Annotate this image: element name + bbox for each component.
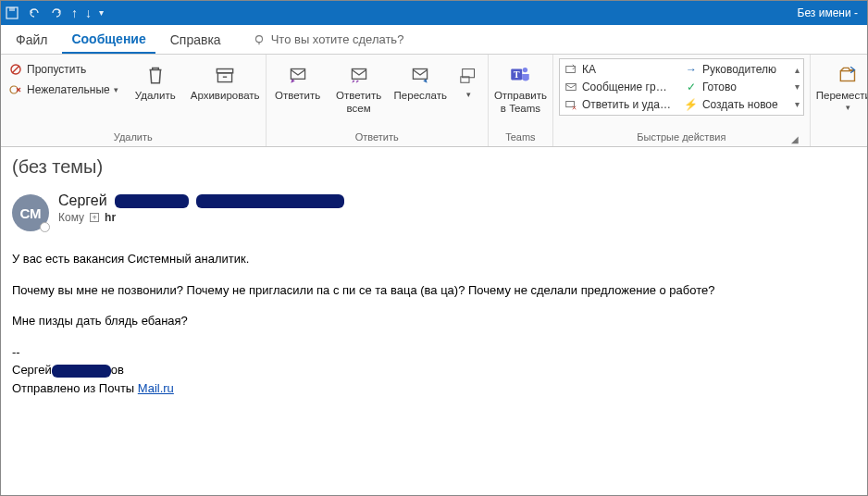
- svg-rect-21: [840, 71, 854, 81]
- chevron-down-icon: ▾: [846, 103, 850, 112]
- chevron-down-icon: ▾: [114, 85, 118, 94]
- recipient-value: hr: [105, 211, 116, 224]
- tab-message[interactable]: Сообщение: [62, 26, 155, 54]
- reply-label: Ответить: [275, 90, 320, 103]
- tell-me-search[interactable]: Что вы хотите сделать?: [253, 32, 404, 46]
- expand-gallery-icon[interactable]: ▾: [795, 99, 800, 109]
- quickstep-ka[interactable]: КА: [564, 61, 671, 78]
- archive-icon: [212, 62, 238, 88]
- quickstep-manager[interactable]: →Руководителю: [684, 61, 778, 78]
- move-folder-icon: [564, 62, 578, 77]
- quicksteps-gallery[interactable]: КА Сообщение гр… Ответить и уда… →Руково…: [559, 58, 804, 116]
- quicksteps-scroll[interactable]: ▴ ▾ ▾: [791, 61, 800, 113]
- lightbulb-icon: [253, 33, 266, 46]
- ribbon-group-quicksteps: КА Сообщение гр… Ответить и уда… →Руково…: [553, 55, 811, 146]
- archive-label: Архивировать: [191, 90, 260, 103]
- title-bar: ↑ ↓ ▾ Без имени -: [1, 1, 867, 25]
- sender-first-name: Сергей: [58, 192, 107, 209]
- tab-help[interactable]: Справка: [161, 27, 230, 53]
- send-to-teams-button[interactable]: T Отправить в Teams: [494, 58, 547, 116]
- sender-row: СМ Сергей Кому + hr: [12, 192, 856, 231]
- window-title: Без имени -: [798, 6, 863, 19]
- forward-button[interactable]: Переслать: [394, 58, 447, 103]
- body-paragraph: У вас есть вакансия Системный аналитик.: [12, 250, 856, 268]
- forward-icon: [407, 62, 433, 88]
- junk-button[interactable]: Нежелательные ▾: [6, 81, 120, 99]
- quickstep-group-msg[interactable]: Сообщение гр…: [564, 79, 671, 95]
- archive-button[interactable]: Архивировать: [191, 58, 260, 103]
- sig-name-suffix: ов: [111, 363, 124, 377]
- sig-sent-from: Отправлено из Почты: [12, 381, 138, 395]
- to-label: Кому: [58, 211, 84, 224]
- reply-all-label: Ответить всем: [336, 90, 381, 116]
- redacted-block: [52, 365, 111, 378]
- forward-label: Переслать: [394, 90, 447, 103]
- checkmark-icon: ✓: [684, 80, 699, 94]
- ignore-icon: [8, 62, 23, 77]
- ignore-button[interactable]: Пропустить: [6, 60, 120, 79]
- down-arrow-icon[interactable]: ↓: [85, 6, 92, 19]
- mailru-link[interactable]: Mail.ru: [138, 381, 174, 395]
- reply-all-icon: [346, 62, 372, 88]
- up-arrow-icon[interactable]: ↑: [71, 6, 78, 19]
- group-label-quicksteps: Быстрые действия: [637, 130, 725, 146]
- ignore-label: Пропустить: [27, 63, 86, 76]
- lightning-icon: ⚡: [684, 97, 699, 112]
- svg-point-2: [255, 35, 262, 42]
- move-button[interactable]: Переместить ▾: [816, 58, 868, 112]
- ribbon-tabs: Файл Сообщение Справка Что вы хотите сде…: [1, 25, 867, 55]
- signature-block: -- Сергейов Отправлено из Почты Mail.ru: [12, 343, 856, 398]
- svg-rect-1: [9, 7, 15, 11]
- teams-icon: T: [507, 62, 533, 88]
- svg-point-6: [10, 86, 18, 93]
- undo-icon[interactable]: [27, 6, 42, 20]
- respond-more-button[interactable]: ▾: [456, 58, 482, 99]
- ribbon: Пропустить Нежелательные ▾ Удалить Архив…: [1, 55, 867, 147]
- avatar-initials: СМ: [19, 205, 41, 221]
- reply-button[interactable]: Ответить: [272, 58, 324, 103]
- quickstep-reply-delete[interactable]: Ответить и уда…: [564, 96, 671, 113]
- quickstep-new[interactable]: ⚡Создать новое: [684, 96, 778, 113]
- chevron-up-icon[interactable]: ▴: [795, 65, 800, 75]
- quickstep-done[interactable]: ✓Готово: [684, 79, 778, 95]
- message-subject: (без темы): [12, 156, 856, 178]
- tab-file[interactable]: Файл: [6, 27, 56, 53]
- reply-all-button[interactable]: Ответить всем: [333, 58, 385, 116]
- sig-name-prefix: Сергей: [12, 363, 52, 377]
- message-pane: (без темы) СМ Сергей Кому + hr У вас ест…: [1, 147, 867, 406]
- delete-button[interactable]: Удалить: [130, 58, 181, 103]
- chevron-down-icon[interactable]: ▾: [795, 81, 800, 92]
- recipients-line: Кому + hr: [58, 211, 344, 224]
- svg-rect-19: [566, 84, 577, 91]
- save-icon[interactable]: [5, 6, 19, 20]
- sender-name-line: Сергей: [58, 192, 344, 209]
- svg-rect-11: [352, 69, 366, 80]
- svg-point-17: [523, 68, 527, 72]
- trash-icon: [143, 62, 168, 88]
- more-respond-icon: [456, 62, 482, 88]
- group-label-delete: Удалить: [6, 130, 260, 146]
- avatar[interactable]: СМ: [12, 194, 49, 231]
- reply-icon: [285, 62, 311, 88]
- ribbon-group-respond: Ответить Ответить всем Переслать ▾ Ответ…: [267, 55, 489, 146]
- junk-icon: [8, 82, 23, 97]
- body-paragraph: Почему вы мне не позвонили? Почему не пр…: [12, 281, 856, 300]
- svg-rect-18: [566, 67, 576, 73]
- svg-text:T: T: [514, 69, 520, 80]
- redo-icon[interactable]: [49, 6, 64, 20]
- tell-me-placeholder: Что вы хотите сделать?: [271, 32, 404, 46]
- forward-arrow-icon: →: [684, 62, 699, 77]
- move-label: Переместить: [816, 90, 868, 103]
- ribbon-group-delete: Пропустить Нежелательные ▾ Удалить Архив…: [1, 55, 267, 146]
- dialog-launcher-icon[interactable]: ◢: [791, 134, 802, 144]
- ribbon-group-move: Переместить ▾: [811, 55, 868, 146]
- delete-label: Удалить: [135, 90, 176, 103]
- expand-recipients-icon[interactable]: +: [90, 213, 99, 222]
- svg-rect-10: [291, 69, 304, 80]
- qat-customize-icon[interactable]: ▾: [99, 8, 104, 18]
- move-icon: [836, 62, 862, 88]
- redacted-block: [115, 194, 189, 208]
- svg-rect-12: [414, 69, 428, 80]
- envelope-icon: [564, 80, 578, 94]
- group-label-respond: Ответить: [272, 130, 482, 146]
